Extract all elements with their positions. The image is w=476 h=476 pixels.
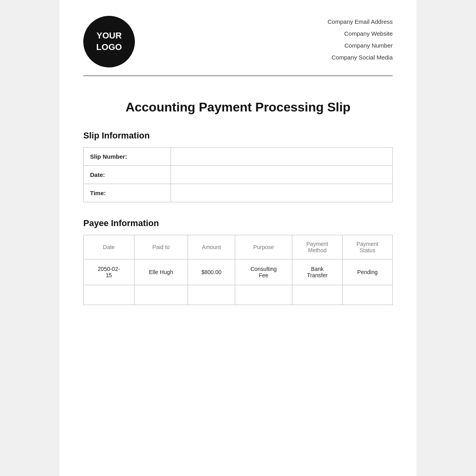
company-social: Company Social Media xyxy=(328,52,393,63)
payee-row-2-paid-to xyxy=(134,285,188,305)
header: YOUR LOGO Company Email Address Company … xyxy=(83,16,393,67)
company-info: Company Email Address Company Website Co… xyxy=(328,16,393,63)
payee-row-1-purpose: ConsultingFee xyxy=(235,259,292,285)
col-paid-to: Paid to xyxy=(134,235,188,259)
payee-row-1-payment-status: Pending xyxy=(342,259,392,285)
logo-line1: YOUR xyxy=(96,30,122,42)
payee-row-2-payment-method xyxy=(292,285,342,305)
slip-time-value xyxy=(171,184,393,202)
company-email: Company Email Address xyxy=(328,16,393,28)
payee-row-2-purpose xyxy=(235,285,292,305)
col-amount: Amount xyxy=(188,235,235,259)
col-date: Date xyxy=(84,235,134,259)
col-payment-method: PaymentMethod xyxy=(292,235,342,259)
header-divider xyxy=(83,75,393,76)
page: YOUR LOGO Company Email Address Company … xyxy=(60,0,416,476)
payee-row-1: 2050-02-15 Elle Hugh $800.00 ConsultingF… xyxy=(84,259,393,285)
payee-row-2-date xyxy=(84,285,134,305)
slip-row-date: Date: xyxy=(84,166,393,184)
payee-row-1-amount: $800.00 xyxy=(188,259,235,285)
payee-section-heading: Payee Information xyxy=(83,218,393,228)
payee-row-1-payment-method: BankTransfer xyxy=(292,259,342,285)
payee-row-2-payment-status xyxy=(342,285,392,305)
slip-row-number: Slip Number: xyxy=(84,148,393,166)
slip-row-time: Time: xyxy=(84,184,393,202)
payee-row-1-paid-to: Elle Hugh xyxy=(134,259,188,285)
slip-number-label: Slip Number: xyxy=(84,148,171,166)
payee-row-2-amount xyxy=(188,285,235,305)
company-number: Company Number xyxy=(328,40,393,52)
slip-section-heading: Slip Information xyxy=(83,131,393,141)
logo-line2: LOGO xyxy=(96,42,122,53)
payee-table: Date Paid to Amount Purpose PaymentMetho… xyxy=(83,235,393,305)
slip-time-label: Time: xyxy=(84,184,171,202)
slip-number-value xyxy=(171,148,393,166)
payee-table-header-row: Date Paid to Amount Purpose PaymentMetho… xyxy=(84,235,393,259)
company-website: Company Website xyxy=(328,28,393,40)
payee-row-2 xyxy=(84,285,393,305)
document-title: Accounting Payment Processing Slip xyxy=(83,100,393,115)
slip-date-label: Date: xyxy=(84,166,171,184)
slip-date-value xyxy=(171,166,393,184)
payee-row-1-date: 2050-02-15 xyxy=(84,259,134,285)
col-payment-status: PaymentStatus xyxy=(342,235,392,259)
company-logo: YOUR LOGO xyxy=(83,16,135,67)
col-purpose: Purpose xyxy=(235,235,292,259)
slip-table: Slip Number: Date: Time: xyxy=(83,147,393,202)
